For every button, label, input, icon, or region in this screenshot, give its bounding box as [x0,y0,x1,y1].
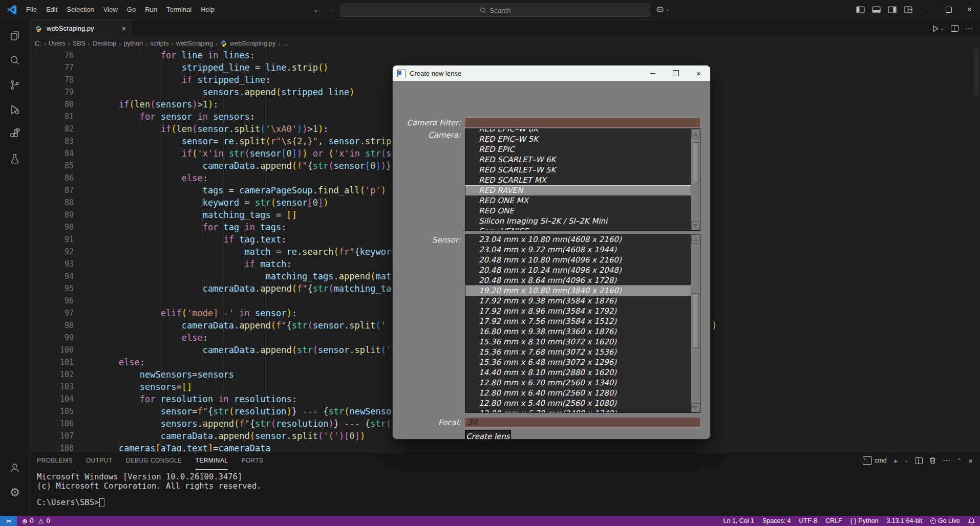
line-number[interactable]: 85 [55,160,74,172]
breadcrumb-item[interactable]: SBS [73,40,86,47]
status-item-ln-1-col-1[interactable]: Ln 1, Col 1 [723,517,754,524]
line-number[interactable]: 92 [55,246,74,258]
sensor-list-item[interactable]: 12.80 mm x 5.40 mm(2560 x 1080) [465,398,691,408]
camera-list-item[interactable]: RED SCARLET MX [465,175,691,185]
line-number[interactable]: 101 [55,356,74,368]
sensor-list-item[interactable]: 12.80 mm x 6.70 mm(2560 x 1340) [465,378,691,388]
line-number[interactable]: 91 [55,233,74,246]
sensor-list-item[interactable]: 14.40 mm x 8.10 mm(2880 x 1620) [465,367,691,378]
breadcrumb-item[interactable]: Desktop [93,40,116,47]
scroll-up-icon[interactable]: △ [691,234,699,244]
sidebar-item-search[interactable] [3,48,27,73]
line-number[interactable]: 93 [55,258,74,270]
chevron-down-icon[interactable]: ⌄ [940,26,944,31]
panel-tab-problems[interactable]: PROBLEMS [37,452,73,469]
status-item-spaces-4[interactable]: Spaces: 4 [762,517,791,524]
sidebar-item-run-and-debug[interactable] [3,97,27,122]
line-number[interactable]: 94 [55,270,74,282]
panel-tab-terminal[interactable]: TERMINAL [196,452,228,470]
breadcrumb-item[interactable]: webScraping.py [230,40,275,47]
copilot-button[interactable]: ⌄ [656,5,670,13]
nav-back-arrow[interactable]: ← [313,0,322,19]
line-number[interactable]: 96 [55,295,74,307]
sidebar-item-explorer[interactable] [3,24,27,48]
tab-close-icon[interactable]: × [122,25,126,33]
status-item-utf-8[interactable]: UTF-8 [799,517,817,524]
sensor-list-item[interactable]: 17.92 mm x 8.96 mm(3584 x 1792) [465,306,691,316]
line-number[interactable]: 77 [55,61,74,74]
sensor-list-item[interactable]: 20.48 mm x 8.64 mm(4096 x 1728) [465,275,691,286]
breadcrumb-item[interactable]: C: [35,40,41,47]
toggle-sidebar-icon[interactable] [856,6,865,13]
menu-view[interactable]: View [99,0,122,19]
line-number[interactable]: 88 [55,196,74,209]
camera-list-item[interactable]: RED ONE MX [465,195,691,206]
nav-forward-arrow[interactable]: → [329,0,337,19]
line-number[interactable]: 104 [55,393,74,405]
customize-layout-icon[interactable] [904,6,912,13]
sensor-list-item[interactable]: 16.80 mm x 9.38 mm(3360 x 1876) [465,326,691,337]
camera-listbox[interactable]: RED EPIC–W 8KRED EPIC–W 5KRED EPICRED SC… [465,128,700,231]
line-number[interactable]: 80 [55,98,74,111]
sensor-list-item[interactable]: 19.20 mm x 10.80 mm(3840 x 2160) [465,286,691,296]
menu-selection[interactable]: Selection [62,0,98,19]
account-button[interactable] [3,455,27,480]
dialog-titlebar[interactable]: Create new lense × [393,65,710,81]
menu-go[interactable]: Go [122,0,140,19]
sensor-list-item[interactable]: 17.92 mm x 9.38 mm(3584 x 1876) [465,296,691,306]
line-number[interactable]: 97 [55,307,74,319]
sensor-list-item[interactable]: 12.80 mm x 6.40 mm(2560 x 1280) [465,388,691,398]
breadcrumb-item[interactable]: scripts [150,40,168,47]
panel-tab-debug-console[interactable]: DEBUG CONSOLE [126,452,182,469]
scroll-down-icon[interactable]: ▽ [691,221,699,230]
close-panel-icon[interactable]: × [968,456,973,465]
maximize-panel-icon[interactable]: ⌃ [957,457,962,464]
line-number[interactable]: 87 [55,184,74,196]
more-actions-icon[interactable]: ⋯ [965,24,973,33]
line-number[interactable]: 79 [55,86,74,98]
dialog-close-button[interactable]: × [687,65,710,81]
sidebar-item-testing[interactable] [3,146,27,171]
breadcrumb-item[interactable]: webScraping [176,40,213,47]
scroll-down-icon[interactable]: ▽ [691,403,699,412]
remote-indicator[interactable]: >< [0,516,17,526]
camera-list-item[interactable]: RED EPIC–W 8K [465,128,691,134]
create-lens-button[interactable]: Create lens [465,430,511,439]
new-terminal-icon[interactable]: + [893,456,898,465]
camera-list-item[interactable]: RED EPIC [465,144,691,155]
focal-input[interactable]: 30 [465,417,700,428]
panel-tab-output[interactable]: OUTPUT [86,452,113,469]
line-number[interactable]: 82 [55,123,74,135]
camera-list-item[interactable]: RED ONE [465,206,691,216]
line-number[interactable]: 76 [55,49,74,61]
window-close-button[interactable]: × [959,0,980,19]
problems-status[interactable]: ⊗ 0 ⚠ 0 [22,517,50,525]
toggle-secondary-sidebar-icon[interactable] [888,6,897,13]
split-editor-icon[interactable] [951,25,958,32]
run-python-button[interactable]: ⌄ [932,25,944,32]
camera-scrollbar-thumb[interactable] [693,142,699,183]
more-actions-icon[interactable]: ⋯ [943,456,950,465]
window-minimize-button[interactable] [917,0,938,19]
split-terminal-icon[interactable] [915,457,923,464]
menu-edit[interactable]: Edit [41,0,62,19]
breadcrumb-item[interactable]: ... [283,40,288,47]
line-number[interactable]: 98 [55,319,74,332]
launch-profile-chevron-icon[interactable]: ⌄ [904,458,908,463]
notifications-bell[interactable] [968,517,975,524]
toggle-panel-icon[interactable] [872,6,881,13]
status-item-3-13-1-64-bit[interactable]: 3.13.1 64-bit [886,517,922,524]
camera-filter-input[interactable] [465,117,700,128]
line-number[interactable]: 107 [55,430,74,442]
line-number[interactable]: 81 [55,111,74,123]
code-line[interactable]: 76 for line in lines: [30,49,980,61]
terminal-shell-chip[interactable]: >_ cmd [863,456,887,465]
camera-list-item[interactable]: RED SCARLET–W 5K [465,165,691,175]
status-item-python[interactable]: { }Python [850,517,879,524]
tab-webscraping[interactable]: webScraping.py × [30,19,132,37]
panel-tab-ports[interactable]: PORTS [241,452,263,469]
line-number[interactable]: 86 [55,172,74,184]
scroll-up-icon[interactable]: △ [691,129,699,138]
sidebar-item-extensions[interactable] [3,122,27,146]
line-number[interactable]: 103 [55,381,74,393]
